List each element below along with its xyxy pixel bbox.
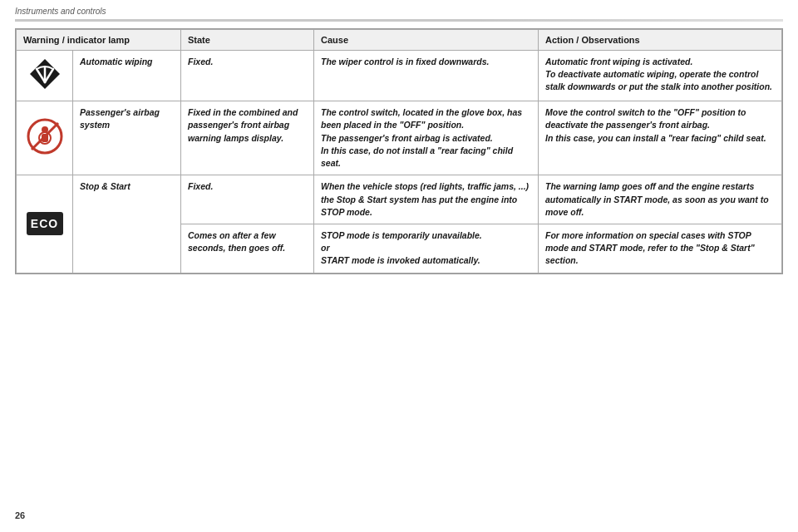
- stopstart-action-1: The warning lamp goes off and the engine…: [539, 175, 782, 224]
- airbag-icon-cell: [17, 101, 73, 175]
- table-row: ECO Stop & Start Fixed. When the vehicle…: [17, 175, 782, 224]
- stopstart-warning-label: Stop & Start: [73, 175, 181, 273]
- wiper-icon-cell: [17, 51, 73, 101]
- page-header: Instruments and controls: [0, 0, 798, 19]
- eco-icon: ECO: [27, 212, 63, 235]
- wiper-state: Fixed.: [181, 51, 314, 101]
- warning-lamp-table: Warning / indicator lamp State Cause Act…: [16, 29, 782, 273]
- airbag-icon: [27, 118, 63, 155]
- col-header-state: State: [181, 30, 314, 51]
- table-header-row: Warning / indicator lamp State Cause Act…: [17, 30, 782, 51]
- table-row: Automatic wiping Fixed. The wiper contro…: [17, 51, 782, 101]
- eco-icon-cell: ECO: [17, 175, 73, 273]
- col-header-action: Action / Observations: [539, 30, 782, 51]
- col-header-cause: Cause: [314, 30, 539, 51]
- stopstart-state-2: Comes on after a few seconds, then goes …: [181, 224, 314, 273]
- airbag-warning-label: Passenger's airbag system: [73, 101, 181, 175]
- page-number: 26: [15, 510, 25, 520]
- stopstart-cause-2: STOP mode is temporarily unavailable.orS…: [314, 224, 539, 273]
- main-table-wrapper: Warning / indicator lamp State Cause Act…: [15, 28, 783, 274]
- airbag-state: Fixed in the combined and passenger's fr…: [181, 101, 314, 175]
- stopstart-cause-1: When the vehicle stops (red lights, traf…: [314, 175, 539, 224]
- stopstart-action-2: For more information on special cases wi…: [539, 224, 782, 273]
- airbag-cause: The control switch, located in the glove…: [314, 101, 539, 175]
- wiper-action: Automatic front wiping is activated.To d…: [539, 51, 782, 101]
- wiper-warning-label: Automatic wiping: [73, 51, 181, 101]
- airbag-action: Move the control switch to the "OFF" pos…: [539, 101, 782, 175]
- stopstart-state-1: Fixed.: [181, 175, 314, 224]
- table-row: Passenger's airbag system Fixed in the c…: [17, 101, 782, 175]
- wiper-icon: [27, 56, 63, 92]
- header-divider: [15, 19, 783, 22]
- wiper-cause: The wiper control is in fixed downwards.: [314, 51, 539, 101]
- col-header-warning: Warning / indicator lamp: [17, 30, 181, 51]
